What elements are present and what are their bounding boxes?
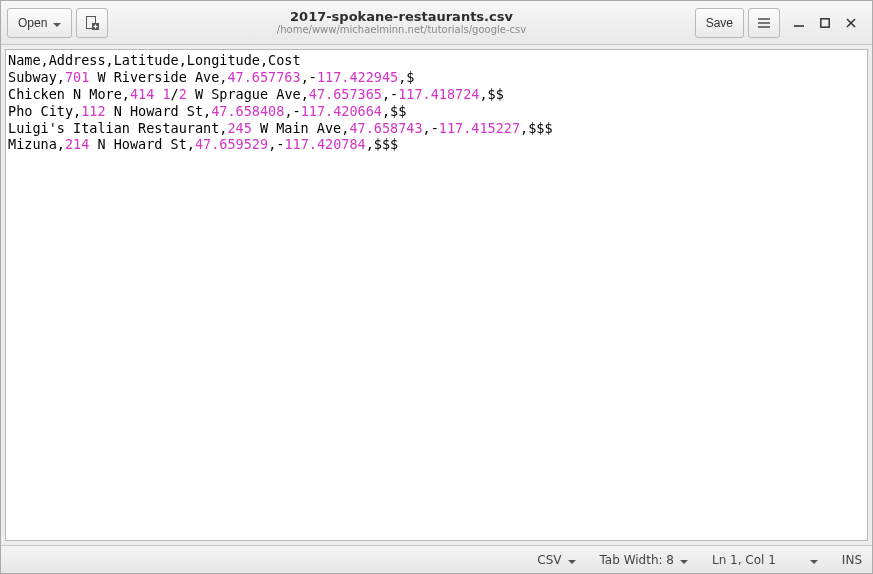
titlebar: Open 2017-spokane-restaurants.csv /home/…: [1, 1, 872, 45]
insert-mode[interactable]: INS: [842, 553, 862, 567]
cursor-position[interactable]: Ln 1, Col 1: [712, 553, 818, 567]
new-document-button[interactable]: [76, 8, 108, 38]
chevron-down-icon: [51, 16, 61, 30]
chevron-down-icon: [678, 553, 688, 567]
save-button-label: Save: [706, 16, 733, 30]
tab-width-selector[interactable]: Tab Width: 8: [600, 553, 688, 567]
window-title: 2017-spokane-restaurants.csv: [112, 9, 690, 25]
svg-rect-8: [821, 18, 829, 26]
maximize-icon: [820, 18, 830, 28]
open-button[interactable]: Open: [7, 8, 72, 38]
text-editor[interactable]: Name,Address,Latitude,Longitude,CostSubw…: [5, 49, 868, 541]
window-subtitle: /home/www/michaelminn.net/tutorials/goog…: [112, 24, 690, 36]
tab-width-label: Tab Width: 8: [600, 553, 674, 567]
save-button[interactable]: Save: [695, 8, 744, 38]
chevron-down-icon: [566, 553, 576, 567]
title-area: 2017-spokane-restaurants.csv /home/www/m…: [112, 9, 690, 37]
language-label: CSV: [537, 553, 561, 567]
minimize-button[interactable]: [792, 16, 806, 30]
chevron-down-icon: [808, 553, 818, 567]
statusbar: CSV Tab Width: 8 Ln 1, Col 1 INS: [1, 545, 872, 573]
insert-mode-label: INS: [842, 553, 862, 567]
editor-line: Name,Address,Latitude,Longitude,Cost: [8, 52, 865, 69]
close-button[interactable]: [844, 16, 858, 30]
editor-container: Name,Address,Latitude,Longitude,CostSubw…: [1, 45, 872, 545]
hamburger-menu-button[interactable]: [748, 8, 780, 38]
language-selector[interactable]: CSV: [537, 553, 575, 567]
minimize-icon: [794, 18, 804, 28]
cursor-position-label: Ln 1, Col 1: [712, 553, 776, 567]
window-controls: [784, 16, 866, 30]
new-document-icon: [84, 15, 100, 31]
editor-line: Subway,701 W Riverside Ave,47.657763,-11…: [8, 69, 865, 86]
editor-line: Pho City,112 N Howard St,47.658408,-117.…: [8, 103, 865, 120]
editor-line: Mizuna,214 N Howard St,47.659529,-117.42…: [8, 136, 865, 153]
hamburger-icon: [757, 16, 771, 30]
close-icon: [846, 18, 856, 28]
maximize-button[interactable]: [818, 16, 832, 30]
editor-line: Luigi's Italian Restaurant,245 W Main Av…: [8, 120, 865, 137]
open-button-label: Open: [18, 16, 47, 30]
editor-line: Chicken N More,414 1/2 W Sprague Ave,47.…: [8, 86, 865, 103]
